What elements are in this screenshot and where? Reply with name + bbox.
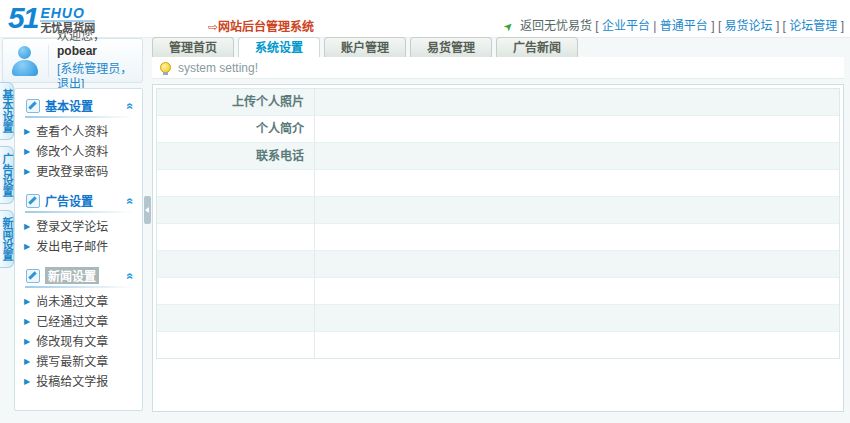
tab-barter-management[interactable]: 易货管理 <box>410 37 492 58</box>
table-row <box>157 332 839 358</box>
table-row: 联系电话 <box>157 143 839 170</box>
triangle-bullet-icon: ▶ <box>24 239 30 255</box>
table-row <box>157 305 839 332</box>
item-label: 已经通过文章 <box>36 314 108 330</box>
user-role: 系统管理员 <box>60 62 120 76</box>
vertical-tab-strip: 基本设置 广告设置 新闻设置 <box>0 82 15 274</box>
field-value[interactable] <box>315 143 839 169</box>
section-header: 新闻设置 « <box>15 264 142 286</box>
bracket: ] <box>841 19 844 33</box>
vertical-tab-news-settings[interactable]: 新闻设置 <box>0 210 14 268</box>
table-row <box>157 197 839 224</box>
tab-system-settings[interactable]: 系统设置 <box>238 37 320 59</box>
field-value[interactable] <box>315 89 839 115</box>
item-label: 发出电子邮件 <box>36 239 108 255</box>
field-value[interactable] <box>315 116 839 142</box>
sidebar-item-edit-profile[interactable]: ▶修改个人资料 <box>15 142 142 162</box>
triangle-bullet-icon: ▶ <box>24 354 30 370</box>
sidebar-item-login-forum[interactable]: ▶登录文学论坛 <box>15 217 142 237</box>
sidebar-item-approved-articles[interactable]: ▶已经通过文章 <box>15 312 142 332</box>
sidebar-item-pending-articles[interactable]: ▶尚未通过文章 <box>15 292 142 312</box>
section-title-ads: 广告设置 <box>45 192 93 209</box>
sidebar-item-write-article[interactable]: ▶撰写最新文章 <box>15 352 142 372</box>
field-value <box>315 251 839 277</box>
item-label: 更改登录密码 <box>36 164 108 180</box>
triangle-bullet-icon: ▶ <box>24 144 30 160</box>
field-value <box>315 197 839 223</box>
item-label: 尚未通过文章 <box>36 294 108 310</box>
triangle-bullet-icon: ▶ <box>24 374 30 390</box>
collapse-icon[interactable]: « <box>124 272 138 279</box>
lightbulb-icon <box>160 62 171 73</box>
table-row: 个人简介 <box>157 116 839 143</box>
main-tabs: 管理首页 系统设置 账户管理 易货管理 广告新闻 <box>152 37 582 58</box>
sidebar-item-edit-articles[interactable]: ▶修改现有文章 <box>15 332 142 352</box>
tab-ads-news[interactable]: 广告新闻 <box>496 37 578 58</box>
main-panel: 上传个人照片 个人简介 联系电话 <box>152 84 844 412</box>
field-label-empty <box>157 170 315 196</box>
table-row <box>157 224 839 251</box>
system-title: ⇨网站后台管理系统 <box>208 17 314 34</box>
normal-platform-link[interactable]: 普通平台 <box>660 19 708 33</box>
item-label: 投稿给文学报 <box>36 374 108 390</box>
sidebar-menu: 基本设置 « ▶查看个人资料 ▶修改个人资料 ▶更改登录密码 广告设置 « ▶登… <box>14 88 143 411</box>
notepad-icon <box>26 194 40 208</box>
sidebar-item-submit-article[interactable]: ▶投稿给文学报 <box>15 372 142 392</box>
sidebar-section-news: 新闻设置 « ▶尚未通过文章 ▶已经通过文章 ▶修改现有文章 ▶撰写最新文章 ▶… <box>15 264 142 392</box>
notepad-icon <box>26 99 40 113</box>
sidebar-item-send-email[interactable]: ▶发出电子邮件 <box>15 237 142 257</box>
section-header: 广告设置 « <box>15 189 142 211</box>
bracket: [ <box>718 19 721 33</box>
table-row <box>157 251 839 278</box>
sidebar-section-ads: 广告设置 « ▶登录文学论坛 ▶发出电子邮件 <box>15 189 142 257</box>
bracket: ] <box>776 19 779 33</box>
bracket: [ <box>595 19 598 33</box>
logo-word: EHUO <box>40 6 95 22</box>
vertical-tab-ad-settings[interactable]: 广告设置 <box>0 146 14 204</box>
field-value <box>315 305 839 331</box>
pipe: | <box>653 19 656 33</box>
welcome-text: 欢迎您， <box>57 29 105 43</box>
barter-forum-link[interactable]: 易货论坛 <box>725 19 773 33</box>
collapse-icon[interactable]: « <box>124 197 138 204</box>
welcome-line: 欢迎您，pobear <box>57 29 142 59</box>
divider <box>25 211 134 213</box>
divider <box>25 116 134 118</box>
vertical-tab-basic-settings[interactable]: 基本设置 <box>0 82 14 140</box>
item-label: 查看个人资料 <box>36 124 108 140</box>
settings-form-table: 上传个人照片 个人简介 联系电话 <box>156 88 840 359</box>
system-title-text: 网站后台管理系统 <box>218 20 314 34</box>
collapse-icon[interactable]: « <box>124 102 138 109</box>
forum-admin-link[interactable]: 论坛管理 <box>789 19 837 33</box>
info-message: system setting! <box>178 61 258 75</box>
bracket: [ <box>783 19 786 33</box>
field-label-empty <box>157 305 315 331</box>
sidebar-collapse-handle[interactable] <box>144 196 151 224</box>
section-header: 基本设置 « <box>15 94 142 116</box>
back-home-link[interactable]: 返回无忧易货 <box>520 19 592 33</box>
field-value <box>315 170 839 196</box>
field-label-upload-photo: 上传个人照片 <box>157 89 315 115</box>
field-label-empty <box>157 197 315 223</box>
sidebar-item-view-profile[interactable]: ▶查看个人资料 <box>15 122 142 142</box>
enterprise-platform-link[interactable]: 企业平台 <box>602 19 650 33</box>
section-title-news: 新闻设置 <box>45 267 99 284</box>
section-title-basic: 基本设置 <box>45 97 93 114</box>
comma: ， <box>120 62 132 76</box>
table-row <box>157 170 839 197</box>
sidebar-item-change-password[interactable]: ▶更改登录密码 <box>15 162 142 182</box>
tab-account-management[interactable]: 账户管理 <box>324 37 406 58</box>
tab-admin-home[interactable]: 管理首页 <box>152 37 234 58</box>
triangle-bullet-icon: ▶ <box>24 314 30 330</box>
divider <box>25 286 134 288</box>
item-label: 撰写最新文章 <box>36 354 108 370</box>
triangle-bullet-icon: ▶ <box>24 164 30 180</box>
info-bar: system setting! <box>152 57 844 79</box>
divider <box>48 45 49 77</box>
arrow-right-icon: ⇨ <box>208 20 218 34</box>
triangle-bullet-icon: ▶ <box>24 334 30 350</box>
notepad-icon <box>26 269 40 283</box>
triangle-bullet-icon: ▶ <box>24 294 30 310</box>
item-label: 登录文学论坛 <box>36 219 108 235</box>
item-label: 修改现有文章 <box>36 334 108 350</box>
